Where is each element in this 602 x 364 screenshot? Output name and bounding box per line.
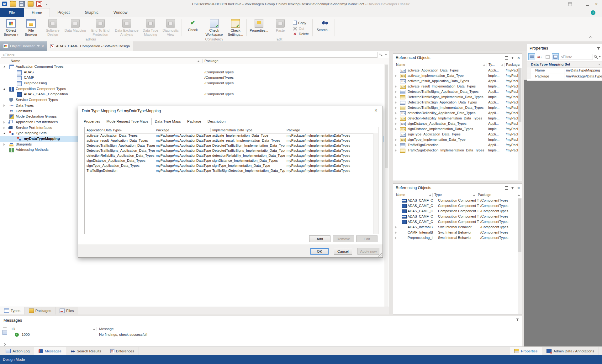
- pin-icon[interactable]: [511, 56, 514, 60]
- list-item[interactable]: detectionReliability_Application_Data_Ty…: [393, 110, 518, 116]
- bottom-tab[interactable]: Properties: [510, 347, 542, 356]
- close-icon[interactable]: [372, 108, 379, 114]
- dialog-action-button[interactable]: Add: [309, 235, 330, 242]
- bottom-tab[interactable]: Messages: [34, 347, 66, 356]
- restore-button[interactable]: [583, 1, 592, 8]
- list-item[interactable]: detectionReliability_Implementation_Data…: [393, 116, 518, 121]
- properties-filter-input[interactable]: [560, 54, 593, 60]
- expander-icon[interactable]: [3, 66, 5, 67]
- dialog-tab[interactable]: Data Type Maps: [151, 118, 184, 125]
- filter-input[interactable]: [1, 52, 378, 58]
- scrollbar[interactable]: [518, 68, 522, 180]
- property-section-header[interactable]: Data Type Mapping Set: [527, 61, 602, 68]
- table-row[interactable]: activate_Application_Data_Types myPackag…: [85, 133, 373, 138]
- table-row[interactable]: DetectedTrafficSign_Application_Data_Typ…: [85, 143, 373, 148]
- column-header-name[interactable]: Name: [396, 193, 405, 197]
- bottom-tab[interactable]: Admin Data / Annotations: [542, 347, 599, 356]
- table-row[interactable]: activate_result_Application_Data_Types m…: [85, 138, 373, 143]
- tree-item[interactable]: Application Component Types: [0, 64, 384, 70]
- list-item[interactable]: ADAS_InternalBe... Swc Internal Behavior…: [393, 224, 518, 230]
- list-item[interactable]: DetectedTrafficSigns_Application_Data_Ty…: [393, 89, 518, 94]
- column-divider[interactable]: [504, 63, 504, 67]
- open-icon[interactable]: [10, 1, 16, 7]
- column-header-package[interactable]: Package: [478, 193, 491, 197]
- column-header-type[interactable]: Ty...: [488, 63, 495, 66]
- column-header-id[interactable]: ID: [12, 327, 15, 331]
- scrollbar[interactable]: [518, 198, 522, 314]
- collapse-icon[interactable]: [598, 64, 600, 65]
- dialog-action-button[interactable]: Edit: [356, 235, 378, 242]
- list-item[interactable]: ADAS_CAMF_Co... Composition Component T.…: [393, 203, 518, 208]
- maximize-icon[interactable]: [505, 56, 508, 60]
- scrollbar-thumb[interactable]: [518, 198, 521, 252]
- bottom-tab[interactable]: Differences: [106, 347, 139, 356]
- minimize-button[interactable]: [574, 1, 583, 8]
- dialog-tab[interactable]: Mode Request Type Maps: [103, 118, 151, 125]
- expander-icon[interactable]: [3, 132, 5, 134]
- expander-icon[interactable]: [3, 143, 5, 146]
- ribbon-button[interactable]: Paste: [270, 18, 290, 37]
- pin-icon[interactable]: [516, 318, 519, 321]
- list-item[interactable]: Preprocessing_In... Swc Internal Behavio…: [393, 235, 518, 240]
- pin-icon[interactable]: [37, 45, 40, 48]
- search-icon[interactable]: [378, 52, 383, 56]
- close-icon[interactable]: [517, 187, 520, 190]
- browser-view-tab[interactable]: Files: [55, 307, 78, 314]
- tree-item[interactable]: Composition Component Types: [0, 86, 384, 92]
- ribbon-small-button[interactable]: Delete: [290, 31, 311, 37]
- expander-icon[interactable]: [3, 88, 5, 90]
- expander-icon[interactable]: [395, 123, 397, 125]
- expander-icon[interactable]: [395, 75, 397, 77]
- expander-icon[interactable]: [395, 128, 397, 130]
- tree-item[interactable]: ADAS_CAMF_Composition /ComponentTypes: [0, 92, 384, 97]
- tab-object-browser[interactable]: Object Browser: [0, 41, 47, 51]
- list-item[interactable]: activate_result_Application_Data_Types A…: [393, 78, 518, 84]
- column-header-name[interactable]: Name: [11, 59, 20, 63]
- ribbon-small-button[interactable]: Copy: [290, 20, 311, 26]
- list-item[interactable]: DetectedTrafficSigns_Implementatio_Data_…: [393, 94, 518, 100]
- close-icon[interactable]: [517, 56, 520, 60]
- tree-item[interactable]: ADAS /ComponentTypes: [0, 70, 384, 75]
- table-row[interactable]: detectionReliability_Application_Data_Ty…: [85, 153, 373, 158]
- expander-icon[interactable]: [395, 226, 397, 229]
- list-item[interactable]: ADAS_CAMF_Co... Composition Component T.…: [393, 214, 518, 219]
- ribbon-button[interactable]: Object Browser▾: [1, 18, 21, 37]
- column-header-message[interactable]: Message: [99, 327, 114, 331]
- dialog-footer-button[interactable]: Apply now: [357, 248, 379, 255]
- resize-grip[interactable]: [378, 253, 382, 257]
- column-header-name[interactable]: Name: [396, 63, 405, 66]
- list-item[interactable]: activate_Application_Data_Types Appli...…: [393, 68, 518, 73]
- close-button[interactable]: [592, 1, 601, 8]
- column-header-type[interactable]: Type: [434, 193, 442, 197]
- ribbon-button[interactable]: Properties...: [248, 18, 270, 37]
- list-item[interactable]: ADAS_CAMF_Co... Composition Component T.…: [393, 198, 518, 203]
- column-divider[interactable]: [487, 63, 487, 67]
- list-item[interactable]: TrafficSignDetection_Implementation_Data…: [393, 148, 518, 153]
- dialog-tab[interactable]: Package: [184, 118, 204, 125]
- expander-icon[interactable]: [395, 237, 397, 239]
- scrollbar-thumb[interactable]: [385, 65, 388, 168]
- bottom-tab[interactable]: Search Results: [66, 347, 106, 356]
- dialog-tab[interactable]: Description: [204, 118, 229, 125]
- ribbon-options-icon[interactable]: [566, 1, 574, 8]
- list-item[interactable]: ADAS_CAMF_Co... Composition Component T.…: [393, 208, 518, 214]
- sync-icon[interactable]: [36, 1, 42, 7]
- scrollbar[interactable]: [384, 64, 388, 307]
- column-divider[interactable]: [432, 193, 433, 197]
- column-divider[interactable]: [210, 128, 211, 132]
- table-row[interactable]: signDistance_Application_Data_Types myPa…: [85, 158, 373, 163]
- column-divider[interactable]: [97, 327, 97, 331]
- table-row[interactable]: signType_Application_Data_Types myPackag…: [85, 163, 373, 168]
- column-header-package[interactable]: Package: [287, 128, 300, 132]
- bottom-tab[interactable]: Action Log: [1, 347, 34, 356]
- expander-icon[interactable]: [395, 101, 397, 104]
- column-header-package[interactable]: Package: [204, 59, 219, 63]
- expander-icon[interactable]: [395, 231, 397, 234]
- scrollbar-thumb[interactable]: [518, 68, 521, 122]
- list-item[interactable]: CAMF_InternalBe... Swc Internal Behavior…: [393, 230, 518, 235]
- browser-view-tab[interactable]: Packages: [25, 307, 56, 314]
- ribbon-button[interactable]: Search...: [314, 18, 334, 37]
- expander-icon[interactable]: [3, 127, 5, 129]
- dialog-footer-button[interactable]: Cancel: [334, 248, 352, 255]
- menu-tab[interactable]: Home: [24, 8, 50, 17]
